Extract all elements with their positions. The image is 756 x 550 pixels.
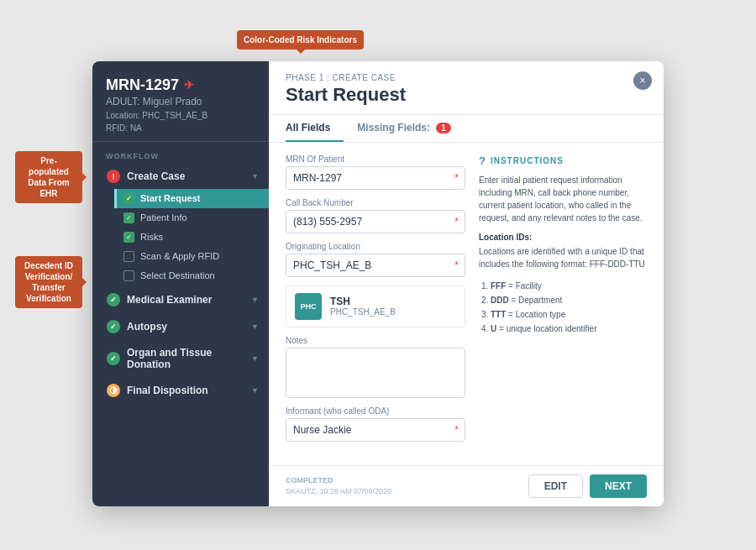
chevron-down-icon: ▼ xyxy=(251,354,259,363)
form-left: MRN Of Patient * Call Back Number * xyxy=(286,155,465,453)
location-ids-label: Location IDs: xyxy=(479,233,647,242)
list-item: FFF = Facility xyxy=(491,279,647,293)
sidebar-item-select-destination[interactable]: Select Destination xyxy=(114,266,269,285)
location-info: TSH PHC_TSH_AE_B xyxy=(330,296,396,317)
sidebar-item-organ-tissue[interactable]: ✓ Organ and Tissue Donation ▼ xyxy=(92,341,269,376)
risk-icon: ✈ xyxy=(184,78,194,92)
completed-label: COMPLETED xyxy=(286,475,391,486)
edit-button[interactable]: EDIT xyxy=(528,474,583,498)
tabs: All Fields Missing Fields: 1 xyxy=(269,115,664,143)
list-item: U = unique location identifier xyxy=(491,322,647,336)
callback-field-group: Call Back Number * xyxy=(286,198,465,233)
callback-required-star: * xyxy=(454,216,459,228)
instructions-panel: ? INSTRUCTIONS Enter initial patient req… xyxy=(479,155,647,453)
missing-badge: 1 xyxy=(436,123,451,134)
informant-group: Informant (who called ODA) * xyxy=(286,406,465,442)
chevron-down-icon: ▼ xyxy=(251,296,259,304)
instructions-body: Enter initial patient request informatio… xyxy=(479,174,647,224)
select-dest-check-icon xyxy=(123,270,134,281)
phase-label: PHASE 1 : Create Case xyxy=(286,73,647,82)
informant-required-star: * xyxy=(454,424,459,436)
close-button[interactable]: × xyxy=(633,71,652,90)
patient-name: ADULT: Miguel Prado xyxy=(106,96,255,107)
create-case-subsection: ✓ Start Request ✓ Patient Info ✓ Risks S… xyxy=(92,189,269,285)
modal-footer: COMPLETED SKAUTZ, 10:28 AM 07/09/2020 ED… xyxy=(269,465,664,506)
tab-all-fields[interactable]: All Fields xyxy=(286,115,344,142)
scan-rfid-check-icon xyxy=(123,251,134,262)
patient-info-check-icon: ✓ xyxy=(123,212,134,223)
mrn-input[interactable] xyxy=(286,166,465,190)
list-item: TTT = Location type xyxy=(491,307,647,322)
patient-mrn: MRN-1297 ✈ xyxy=(106,76,255,94)
sidebar-item-start-request[interactable]: ✓ Start Request xyxy=(114,189,269,208)
callback-input[interactable] xyxy=(286,210,465,233)
callback-label: Call Back Number xyxy=(286,198,465,207)
patient-rfid: RFID: NA xyxy=(106,123,255,133)
callback-input-wrap: * xyxy=(286,210,465,233)
sidebar-section-create-case: ! Create Case ▼ ✓ Start Request ✓ Patien… xyxy=(92,164,269,285)
sidebar-item-autopsy[interactable]: ✓ Autopsy ▼ xyxy=(92,314,269,339)
modal: MRN-1297 ✈ ADULT: Miguel Prado Location:… xyxy=(92,61,664,506)
completed-by: SKAUTZ, 10:28 AM 07/09/2020 xyxy=(286,486,391,497)
footer-buttons: EDIT NEXT xyxy=(528,474,647,498)
workflow-label: WORKFLOW xyxy=(92,147,269,164)
instructions-header: ? INSTRUCTIONS xyxy=(479,155,647,167)
create-case-icon: ! xyxy=(107,170,120,183)
question-icon: ? xyxy=(479,155,486,167)
sidebar: MRN-1297 ✈ ADULT: Miguel Prado Location:… xyxy=(92,61,269,506)
list-item: DDD = Department xyxy=(491,293,647,307)
callout-pre-populated: Pre-populated Data From EHR xyxy=(15,151,82,203)
medical-examiner-icon: ✓ xyxy=(107,293,120,306)
location-card: PHC TSH PHC_TSH_AE_B xyxy=(286,285,465,327)
sidebar-item-medical-examiner[interactable]: ✓ Medical Examiner ▼ xyxy=(92,287,269,312)
main-header: PHASE 1 : Create Case Start Request × xyxy=(269,61,664,115)
sidebar-header: MRN-1297 ✈ ADULT: Miguel Prado Location:… xyxy=(92,61,269,142)
sidebar-section-organ-tissue: ✓ Organ and Tissue Donation ▼ xyxy=(92,341,269,376)
sidebar-section-medical-examiner: ✓ Medical Examiner ▼ xyxy=(92,287,269,312)
callout-decedent-id: Decedent ID Verification/ Transfer Verif… xyxy=(15,256,82,308)
sidebar-item-risks[interactable]: ✓ Risks xyxy=(114,228,269,247)
chevron-down-icon: ▼ xyxy=(251,322,259,331)
location-avatar: PHC xyxy=(295,293,322,320)
outer-wrapper: Color-Coded Risk Indicators Pre-populate… xyxy=(0,0,756,550)
callout-risk-indicators: Color-Coded Risk Indicators xyxy=(237,30,364,50)
notes-label: Notes xyxy=(286,336,465,345)
sidebar-item-patient-info[interactable]: ✓ Patient Info xyxy=(114,208,269,228)
location-name: TSH xyxy=(330,296,396,307)
sidebar-item-scan-apply-rfid[interactable]: Scan & Apply RFID xyxy=(114,247,269,266)
mrn-label: MRN Of Patient xyxy=(286,155,465,164)
originating-location-group: Originating Location PHC_TSH_AE_B * xyxy=(286,242,465,277)
sidebar-section-autopsy: ✓ Autopsy ▼ xyxy=(92,314,269,339)
autopsy-icon: ✓ xyxy=(107,320,120,333)
mrn-field-group: MRN Of Patient * xyxy=(286,155,465,190)
risks-check-icon: ✓ xyxy=(123,232,134,243)
completed-info: COMPLETED SKAUTZ, 10:28 AM 07/09/2020 xyxy=(286,475,391,496)
location-sub: PHC_TSH_AE_B xyxy=(330,307,396,317)
chevron-down-icon: ▼ xyxy=(251,172,259,181)
chevron-down-icon: ▼ xyxy=(251,386,259,395)
originating-select[interactable]: PHC_TSH_AE_B xyxy=(286,254,465,277)
form-body: MRN Of Patient * Call Back Number * xyxy=(269,143,664,465)
organ-tissue-icon: ✓ xyxy=(107,352,120,365)
sidebar-item-create-case[interactable]: ! Create Case ▼ xyxy=(92,164,269,189)
final-disposition-icon: ◑ xyxy=(107,384,120,397)
tab-missing-fields[interactable]: Missing Fields: 1 xyxy=(357,115,465,142)
main-content: PHASE 1 : Create Case Start Request × Al… xyxy=(269,61,664,506)
informant-label: Informant (who called ODA) xyxy=(286,406,465,416)
originating-select-wrap: PHC_TSH_AE_B * xyxy=(286,254,465,277)
page-title: Start Request xyxy=(286,84,647,106)
notes-group: Notes xyxy=(286,336,465,398)
sidebar-item-final-disposition[interactable]: ◑ Final Disposition ▼ xyxy=(92,378,269,403)
originating-required-star: * xyxy=(454,259,459,271)
mrn-required-star: * xyxy=(454,172,459,184)
informant-input-wrap: * xyxy=(286,418,465,442)
instructions-list: FFF = Facility DDD = Department TTT = Lo… xyxy=(479,279,647,336)
informant-input[interactable] xyxy=(286,418,465,442)
next-button[interactable]: NEXT xyxy=(590,474,647,498)
sidebar-section-final-disposition: ◑ Final Disposition ▼ xyxy=(92,378,269,403)
notes-textarea[interactable] xyxy=(286,348,465,398)
mrn-input-wrap: * xyxy=(286,166,465,190)
location-ids-text: Locations are identified with a unique I… xyxy=(479,245,647,270)
start-request-check-icon: ✓ xyxy=(123,193,134,204)
patient-location: Location: PHC_TSH_AE_B xyxy=(106,111,255,120)
